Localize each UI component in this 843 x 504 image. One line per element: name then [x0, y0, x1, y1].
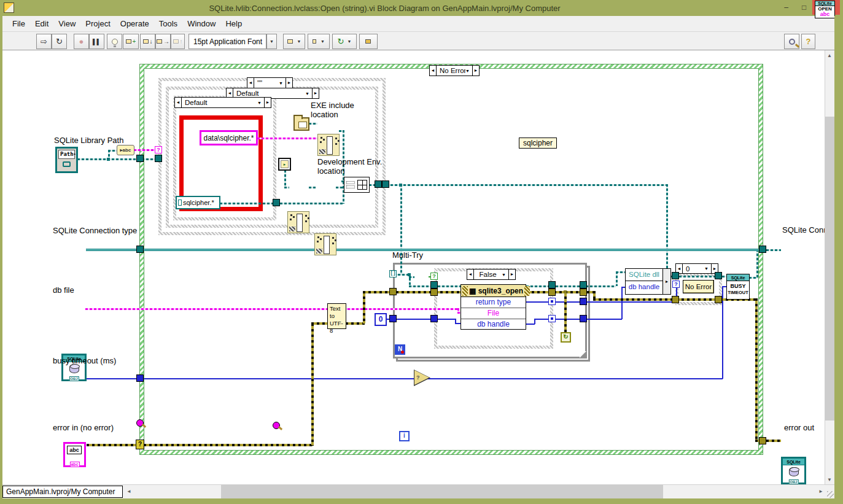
menu-help[interactable]: Help: [220, 16, 247, 31]
case-selector-default-inner[interactable]: ◄ Default ▼ ►: [174, 97, 271, 108]
next-case-arrow[interactable]: ►: [472, 66, 479, 76]
call-library-node-sqlite3-open[interactable]: ▦ sqlite3_open return type File db handl…: [460, 284, 526, 330]
bundle-field-sqlite-dll[interactable]: SQLite dll: [626, 269, 662, 281]
prev-case-arrow[interactable]: ◄: [175, 98, 182, 107]
case-dropdown-icon[interactable]: ▼: [305, 91, 309, 96]
step-into-button[interactable]: ↓: [140, 34, 155, 49]
wire[interactable]: [756, 249, 758, 277]
distribute-objects-button[interactable]: ▼: [308, 34, 330, 49]
indexing-tunnel[interactable]: []: [389, 270, 397, 277]
error-out-label[interactable]: error out: [784, 423, 814, 432]
wire[interactable]: [144, 444, 313, 446]
loop-iteration-terminal[interactable]: i: [399, 431, 410, 441]
tunnel[interactable]: [580, 315, 587, 322]
wire[interactable]: [85, 308, 457, 310]
maximize-button[interactable]: □: [795, 0, 813, 15]
prev-case-arrow[interactable]: ◄: [430, 66, 437, 76]
scroll-up-button[interactable]: ▲: [825, 50, 834, 60]
wire[interactable]: [85, 378, 723, 379]
tunnel[interactable]: [136, 155, 144, 162]
wire[interactable]: [309, 187, 316, 188]
tunnel[interactable]: [580, 281, 587, 289]
menu-edit[interactable]: Edit: [30, 16, 53, 31]
case-selector-false[interactable]: ◄ False ▼ ►: [467, 269, 516, 280]
tunnel[interactable]: [430, 289, 438, 296]
tunnel[interactable]: [136, 419, 144, 427]
tunnel[interactable]: [715, 272, 722, 279]
wire[interactable]: [564, 291, 567, 333]
connection-out-label[interactable]: SQLite Connec: [782, 225, 825, 235]
db-file-control[interactable]: abc abc: [63, 442, 86, 467]
wire[interactable]: [534, 319, 622, 320]
tunnel[interactable]: [273, 199, 280, 206]
wire[interactable]: [666, 184, 668, 268]
busy-timeout-label[interactable]: busy timeout (ms): [53, 356, 116, 365]
resize-objects-button[interactable]: ↻▼: [332, 34, 357, 49]
library-path-control[interactable]: Path▸: [55, 147, 78, 173]
wire[interactable]: [616, 271, 618, 286]
wire[interactable]: [409, 285, 431, 287]
tunnel[interactable]: [715, 296, 722, 303]
step-over-button[interactable]: →: [155, 34, 171, 49]
wire[interactable]: [311, 322, 328, 325]
tunnel[interactable]: [430, 315, 438, 322]
menu-tools[interactable]: Tools: [154, 16, 182, 31]
wire[interactable]: [409, 276, 414, 278]
tunnel[interactable]: [548, 298, 556, 305]
cln-param-db-handle[interactable]: db handle: [461, 319, 526, 330]
wire[interactable]: [438, 285, 460, 287]
wire[interactable]: [284, 170, 286, 188]
numeric-constant-zero[interactable]: 0: [375, 313, 387, 326]
tunnel[interactable]: [759, 246, 766, 253]
menu-project[interactable]: Project: [80, 16, 115, 31]
cln-param-return-type[interactable]: return type: [461, 297, 526, 308]
retain-wire-values-button[interactable]: +: [123, 34, 139, 49]
font-selector[interactable]: 15pt Application Font: [188, 34, 266, 49]
path-to-string-node[interactable]: ▸abc: [117, 145, 134, 155]
tunnel[interactable]: [389, 288, 397, 295]
wire[interactable]: [346, 322, 365, 325]
run-button[interactable]: ⇨: [36, 34, 52, 49]
wire[interactable]: [363, 291, 365, 324]
strip-path-node[interactable]: [287, 211, 309, 233]
tunnel[interactable]: [273, 422, 280, 429]
next-case-arrow[interactable]: ►: [312, 88, 319, 98]
dev-env-label[interactable]: Development Env.location: [317, 158, 382, 176]
tunnel[interactable]: [672, 296, 679, 303]
tunnel[interactable]: [672, 272, 679, 279]
wire[interactable]: [766, 249, 781, 251]
menu-operate[interactable]: Operate: [115, 16, 154, 31]
sqlite-busy-timeout-subvi[interactable]: SQLite BUSY TIMEOUT: [726, 274, 750, 300]
tunnel[interactable]: [136, 246, 144, 253]
wire[interactable]: [400, 184, 402, 274]
case-selector-terminal[interactable]: ?: [430, 273, 438, 280]
wire[interactable]: [363, 291, 460, 293]
connection-out-indicator[interactable]: SQLite OBJ: [781, 457, 806, 484]
case-dropdown-icon[interactable]: ▼: [502, 273, 506, 277]
error-ring-constant[interactable]: No Error: [683, 280, 714, 293]
clean-up-diagram-button[interactable]: [359, 34, 378, 49]
title-bar[interactable]: SQLite.lvlib:Connection.lvclass:Open (st…: [0, 0, 843, 16]
string-constant[interactable]: data\sqlcipher.*: [200, 130, 258, 145]
highlight-execution-button[interactable]: [107, 34, 122, 49]
case-selector-no-error[interactable]: ◄ No Error ▼ ►: [429, 65, 480, 76]
wire[interactable]: [87, 444, 137, 446]
next-case-arrow[interactable]: ►: [508, 269, 515, 279]
wire[interactable]: [311, 324, 314, 446]
loop-conditional-terminal[interactable]: ↻: [561, 332, 571, 343]
case-dropdown-icon[interactable]: ▼: [704, 266, 709, 271]
tunnel[interactable]: [375, 180, 382, 188]
menu-file[interactable]: File: [7, 16, 30, 31]
error-in-label[interactable]: error in (no error): [53, 423, 114, 432]
text-to-utf8-node[interactable]: Text to UTF-8: [327, 303, 346, 329]
wire[interactable]: [336, 187, 344, 188]
next-case-arrow[interactable]: ►: [264, 98, 271, 107]
execution-target-indicator[interactable]: GenAppMain.lvproj/My Computer: [2, 486, 123, 498]
tunnel[interactable]: [548, 281, 556, 289]
font-dropdown-button[interactable]: ▼: [266, 34, 277, 49]
pause-button[interactable]: ▌▌: [89, 34, 104, 49]
connection-type-label[interactable]: SQLite Connection type: [53, 226, 137, 235]
next-case-arrow[interactable]: ►: [286, 78, 292, 88]
prev-case-arrow[interactable]: ◄: [247, 78, 254, 88]
case-selector-zero[interactable]: ◄ 0 ▼ ►: [675, 263, 718, 274]
